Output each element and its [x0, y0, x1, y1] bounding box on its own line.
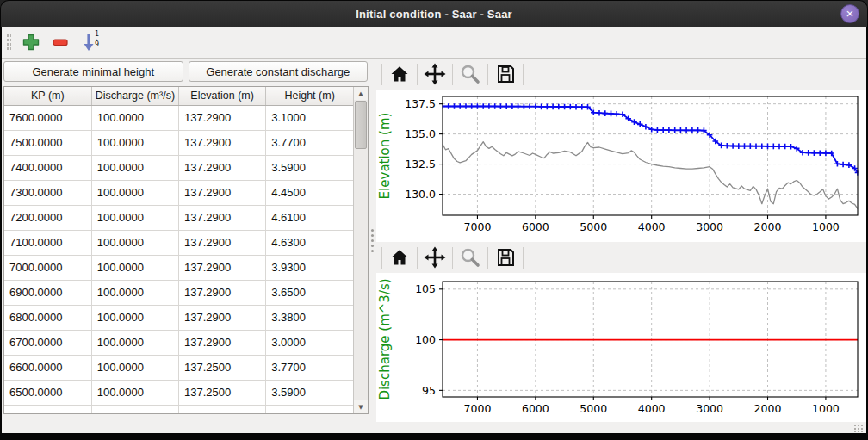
sort-button[interactable]: 1 : 9 — [77, 30, 102, 54]
table-cell[interactable]: 137.2900 — [179, 330, 266, 355]
table-cell[interactable] — [266, 405, 353, 414]
table-cell[interactable]: 100.0000 — [91, 205, 178, 230]
window-body: 1 : 9 Generate minimal height Generate c… — [2, 27, 866, 433]
panel-splitter[interactable] — [369, 59, 376, 422]
save-button[interactable] — [492, 245, 519, 270]
table-cell[interactable]: 100.0000 — [91, 330, 178, 355]
x-tick-label: 3000 — [696, 220, 723, 233]
table-cell[interactable]: 3.5900 — [266, 380, 353, 405]
table-cell[interactable]: 3.9300 — [266, 255, 353, 280]
home-button[interactable] — [386, 61, 413, 87]
table-row: 7500.0000100.0000137.29003.7700 — [4, 130, 353, 155]
table-cell[interactable]: 6700.0000 — [4, 330, 91, 355]
table-cell[interactable]: 137.2500 — [179, 355, 266, 380]
discharge-chart[interactable]: 700060005000400030002000100010510095Disc… — [376, 273, 868, 421]
table-cell[interactable]: 4.6300 — [266, 230, 353, 255]
table-cell[interactable]: 137.2900 — [179, 305, 266, 330]
table-cell[interactable]: 137.2500 — [179, 380, 266, 405]
pan-button[interactable] — [421, 61, 449, 87]
table-cell[interactable]: 137.2900 — [179, 180, 266, 205]
table-cell[interactable] — [4, 405, 91, 414]
table-cell[interactable]: 7200.0000 — [4, 205, 91, 230]
right-panel: 7000600050004000300020001000137.5135.013… — [376, 59, 866, 422]
close-button[interactable]: × — [840, 4, 859, 23]
table-cell[interactable]: 3.0000 — [266, 330, 353, 355]
table-cell[interactable]: 100.0000 — [91, 155, 178, 180]
table-cell[interactable]: 3.7700 — [266, 130, 353, 155]
table-cell[interactable]: 3.3800 — [266, 305, 353, 330]
home-button[interactable] — [386, 245, 413, 270]
table-cell[interactable]: 100.0000 — [91, 280, 178, 305]
scroll-up-button[interactable]: ▲ — [354, 87, 368, 100]
pan-button[interactable] — [421, 245, 449, 270]
scroll-down-button[interactable]: ▼ — [354, 400, 368, 413]
scrollbar-thumb[interactable] — [355, 101, 367, 149]
table-cell[interactable]: 100.0000 — [91, 380, 178, 405]
table-cell[interactable]: 6500.0000 — [4, 380, 91, 405]
table-cell[interactable]: 100.0000 — [91, 255, 178, 280]
table-cell[interactable]: 7300.0000 — [4, 180, 91, 205]
y-tick-label: 135.0 — [405, 127, 436, 140]
generate-minimal-height-button[interactable]: Generate minimal height — [3, 61, 183, 82]
scrollbar-track[interactable] — [354, 100, 368, 400]
resize-grip-icon[interactable] — [853, 424, 864, 432]
table-row: 6600.0000100.0000137.25003.7700 — [4, 355, 353, 380]
generate-constant-discharge-button[interactable]: Generate constant discharge — [189, 61, 369, 82]
zoom-button[interactable] — [456, 61, 484, 87]
y-axis-label: Elevation (m) — [377, 113, 393, 200]
table-cell[interactable]: 6800.0000 — [4, 305, 91, 330]
table-cell[interactable]: 3.7700 — [266, 355, 353, 380]
table-cell[interactable]: 3.5900 — [266, 155, 353, 180]
table-cell[interactable]: 100.0000 — [91, 230, 178, 255]
table-cell[interactable]: 137.2900 — [179, 230, 266, 255]
table-cell[interactable]: 137.2900 — [179, 155, 266, 180]
table-cell[interactable]: 7500.0000 — [4, 130, 91, 155]
table-cell[interactable]: 7100.0000 — [4, 230, 91, 255]
elevation-chart[interactable]: 7000600050004000300020001000137.5135.013… — [376, 90, 868, 242]
table-cell[interactable]: 6900.0000 — [4, 280, 91, 305]
table-cell[interactable] — [91, 405, 178, 414]
table-cell[interactable]: 4.4500 — [266, 180, 353, 205]
table-cell[interactable]: 3.1000 — [266, 105, 353, 130]
table-row: 7400.0000100.0000137.29003.5900 — [4, 155, 353, 180]
column-header[interactable]: Height (m) — [266, 87, 353, 105]
add-row-button[interactable] — [18, 30, 44, 54]
home-icon — [389, 64, 410, 84]
table-cell[interactable]: 137.2900 — [179, 255, 266, 280]
table-cell[interactable]: 100.0000 — [91, 130, 178, 155]
y-tick-label: 137.5 — [405, 97, 436, 110]
table-cell[interactable]: 137.2900 — [179, 280, 266, 305]
table-cell[interactable] — [179, 405, 266, 414]
column-header[interactable]: Elevation (m) — [179, 87, 266, 105]
table-cell[interactable]: 100.0000 — [91, 180, 178, 205]
table-cell[interactable]: 137.2900 — [179, 205, 266, 230]
table-cell[interactable]: 137.2900 — [179, 130, 266, 155]
column-header[interactable]: KP (m) — [4, 87, 91, 105]
save-icon — [495, 64, 516, 84]
zoom-button[interactable] — [456, 245, 484, 270]
titlebar[interactable]: Initial condition - Saar - Saar × — [1, 1, 867, 27]
table-row: 6700.0000100.0000137.29003.0000 — [4, 330, 353, 355]
toolbar-drag-handle[interactable] — [5, 33, 11, 52]
table-row: 7600.0000100.0000137.29003.1000 — [4, 105, 353, 130]
table-cell[interactable]: 137.2900 — [179, 105, 266, 130]
remove-row-button[interactable] — [47, 30, 73, 54]
table-cell[interactable]: 100.0000 — [91, 305, 178, 330]
table-cell[interactable]: 6600.0000 — [4, 355, 91, 380]
close-icon: × — [846, 7, 854, 20]
save-button[interactable] — [492, 61, 519, 87]
table-row: 6900.0000100.0000137.29003.6500 — [4, 280, 353, 305]
minus-icon — [51, 33, 70, 52]
table-cell[interactable]: 100.0000 — [91, 105, 178, 130]
x-tick-label: 6000 — [522, 220, 549, 233]
x-tick-label: 4000 — [638, 220, 666, 233]
table-cell[interactable]: 7000.0000 — [4, 255, 91, 280]
table-cell[interactable]: 7600.0000 — [4, 105, 91, 130]
table-cell[interactable]: 4.6100 — [266, 205, 353, 230]
table-scrollbar[interactable]: ▲ ▼ — [353, 87, 368, 413]
table-cell[interactable]: 3.6500 — [266, 280, 353, 305]
move-icon — [424, 63, 446, 85]
table-cell[interactable]: 7400.0000 — [4, 155, 91, 180]
table-cell[interactable]: 100.0000 — [91, 355, 178, 380]
column-header[interactable]: Discharge (m³/s) — [91, 87, 178, 105]
